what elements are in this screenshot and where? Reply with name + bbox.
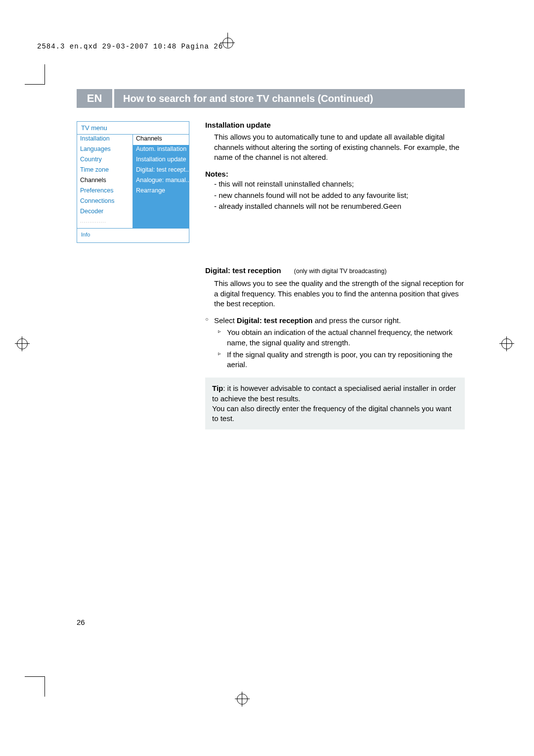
menu-info-label: Info: [77, 228, 189, 242]
menu-title: TV menu: [77, 122, 189, 135]
paragraph: This allows you to see the quality and t…: [214, 279, 465, 309]
substep-text: You obtain an indication of the actual c…: [227, 328, 465, 348]
step-item: ○ Select Digital: test reception and pre…: [205, 316, 465, 326]
section-subtitle: (only with digital TV broadcasting): [294, 268, 387, 275]
menu-item: [133, 197, 189, 207]
corner-mark-icon: [25, 64, 45, 85]
menu-item: Rearrange: [133, 187, 189, 197]
menu-left-column: Installation Languages Country Time zone…: [77, 135, 133, 228]
substep-arrow-icon: ▹: [218, 350, 227, 370]
document-meta-header: 2584.3 en.qxd 29-03-2007 10:48 Pagina 26: [37, 43, 223, 50]
menu-item: Digital: test recept..: [133, 166, 189, 176]
substep-arrow-icon: ▹: [218, 328, 227, 348]
content-area: Installation update This allows you to a…: [205, 120, 465, 429]
title-bar: EN How to search for and store TV channe…: [77, 89, 465, 108]
menu-item: Decoder: [77, 207, 133, 218]
menu-item: Installation: [77, 135, 133, 145]
registration-mark-icon: [235, 692, 250, 707]
paragraph: This allows you to automatically tune to…: [214, 132, 465, 162]
tip-body: You can also directly enter the frequenc…: [212, 404, 451, 423]
menu-item: Preferences: [77, 187, 133, 197]
menu-item: Channels: [133, 135, 189, 145]
tv-menu-illustration: TV menu Installation Languages Country T…: [77, 121, 189, 243]
menu-item: Languages: [77, 145, 133, 155]
tip-label: Tip: [212, 384, 223, 392]
menu-item-selected: Channels: [77, 176, 133, 187]
registration-mark-icon: [15, 336, 30, 351]
notes-label: Notes:: [205, 170, 228, 178]
menu-item: Connections: [77, 197, 133, 207]
tip-box: Tip: it is however advisable to contact …: [205, 378, 465, 429]
note-item: - new channels found will not be added t…: [214, 190, 465, 200]
menu-right-column: Channels Autom. installation Installatio…: [133, 135, 189, 228]
menu-item: ..............: [77, 218, 133, 228]
note-item: - this will not reinstall uninstalled ch…: [214, 179, 465, 189]
menu-item: Country: [77, 155, 133, 166]
menu-item: Analogue: manual..: [133, 176, 189, 187]
step-text: Select Digital: test reception and press…: [214, 316, 465, 326]
section-title: Installation update: [205, 120, 465, 130]
section-title: Digital: test reception: [205, 266, 281, 275]
page-number: 26: [77, 618, 85, 626]
corner-mark-icon: [25, 676, 45, 697]
step-bullet-icon: ○: [205, 316, 214, 326]
note-item: - already installed channels will not be…: [214, 201, 465, 211]
menu-item: Time zone: [77, 166, 133, 176]
registration-mark-icon: [499, 336, 514, 351]
menu-item: Autom. installation: [133, 145, 189, 155]
crop-mark-icon: [218, 43, 237, 62]
menu-item: Installation update: [133, 155, 189, 166]
substep-item: ▹ If the signal quality and strength is …: [218, 350, 465, 370]
substep-text: If the signal quality and strength is po…: [227, 350, 465, 370]
menu-item: [133, 207, 189, 218]
substep-item: ▹ You obtain an indication of the actual…: [218, 328, 465, 348]
page-title: How to search for and store TV channels …: [114, 89, 465, 108]
menu-item: [133, 218, 189, 228]
language-badge: EN: [77, 89, 112, 108]
notes-list: - this will not reinstall uninstalled ch…: [214, 179, 465, 211]
